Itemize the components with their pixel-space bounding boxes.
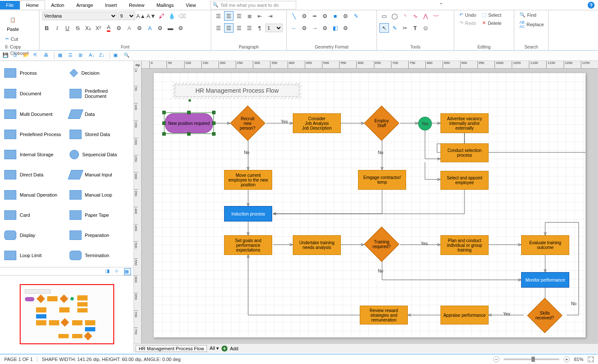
rect-tool[interactable]: ▭ [379, 11, 389, 21]
shape-palette-item[interactable]: Card [3, 206, 66, 224]
menu-view[interactable]: View [180, 1, 202, 9]
help-icon[interactable]: ? [588, 2, 595, 9]
tabs-all[interactable]: All ▾ [209, 346, 219, 351]
document-tab[interactable]: HR Management Process Flow [136, 345, 207, 352]
font-name-select[interactable]: Verdana [42, 12, 117, 20]
shape-palette-item[interactable]: Predefined Document [68, 84, 131, 103]
shape-palette-item[interactable]: Manual Input [68, 165, 131, 184]
list-icon[interactable]: ☰ [68, 52, 75, 59]
shrink-font-button[interactable]: A▼ [146, 11, 156, 21]
overview-layers-icon[interactable]: ◨ [105, 268, 112, 275]
overview-diagram-icon[interactable]: ▦ [124, 268, 131, 275]
text-fill-gear[interactable]: ⚙ [176, 23, 185, 33]
node-consider[interactable]: Consider Job Analysis Job Description [293, 113, 341, 133]
arrow-end-button[interactable]: → [310, 23, 319, 33]
zoom-out-button[interactable]: − [493, 356, 499, 362]
node-plan[interactable]: Plan and conduct individual or group tra… [440, 235, 489, 255]
line-color-button[interactable]: ━ [310, 11, 319, 21]
node-eval[interactable]: Evaluate training outcome [521, 235, 569, 255]
align-top-button[interactable]: ☰ [214, 11, 223, 21]
strike-button[interactable]: S [73, 23, 82, 33]
eyedropper-button[interactable]: 💧 [167, 11, 176, 21]
find-button[interactable]: 🔍Find [517, 11, 546, 18]
shadow-gear[interactable]: ⚙ [341, 23, 350, 33]
node-yes-connector[interactable]: Yes [418, 117, 432, 130]
overview-viewport[interactable] [20, 284, 114, 344]
sort-za-icon[interactable]: Z↓ [99, 52, 106, 59]
open-icon[interactable]: 📂 [23, 52, 30, 59]
node-employ-q[interactable]: Employ Staff [364, 106, 399, 141]
shape-palette-item[interactable]: Data [68, 105, 131, 123]
subscript-button[interactable]: X₂ [83, 23, 93, 33]
select-button[interactable]: ⬚Select [480, 11, 504, 18]
shape-palette-item[interactable]: Sequencial Data [68, 145, 131, 164]
shape-palette-item[interactable]: Stored Data [68, 125, 131, 143]
shape-palette-item[interactable]: Internal Storage [3, 145, 66, 164]
line-spacing-select[interactable]: 1 [265, 24, 282, 32]
indent-inc-button[interactable]: ⇥ [265, 11, 275, 21]
curve-tool[interactable]: ∿ [410, 11, 420, 21]
shape-palette-item[interactable]: Termination [68, 246, 131, 264]
shape-palette-item[interactable]: Direct Data [3, 165, 66, 184]
align-right-button[interactable]: ☰ [234, 23, 244, 33]
connector-tool[interactable]: ✎ [390, 23, 399, 33]
sel-handle-s[interactable] [187, 132, 191, 136]
clear-format-button[interactable]: ⌫ [177, 11, 187, 21]
italic-button[interactable]: I [52, 23, 62, 33]
node-needs[interactable]: Undertake training needs analysis [293, 235, 341, 255]
node-review[interactable]: Review reward strategies and remuneratio… [360, 306, 408, 325]
shape-palette-item[interactable]: Display [3, 226, 66, 244]
align-left-button[interactable]: ☰ [214, 23, 223, 33]
node-recruit-q[interactable]: Recruit new person? [230, 106, 265, 141]
zoom-slider[interactable] [504, 358, 559, 360]
menu-review[interactable]: Review [123, 1, 150, 9]
paste-button[interactable]: 📋 Paste [3, 11, 23, 33]
align-bottom-button[interactable]: ☰ [234, 11, 244, 21]
anchor-tool[interactable]: ⊙ [421, 23, 430, 33]
fill-color-gear[interactable]: ⚙ [341, 11, 350, 21]
tell-me-search[interactable]: 🔍 Tell me what you want to do [210, 1, 296, 9]
title-connection-point[interactable] [188, 99, 191, 102]
node-induction[interactable]: Induction process [224, 206, 272, 221]
pointer-tool[interactable]: ↖ [379, 23, 389, 33]
node-engage[interactable]: Emgage contractor/ temp [358, 170, 406, 190]
node-appraise[interactable]: Appraise performance [440, 306, 489, 325]
arc-tool[interactable]: ◝ [400, 11, 410, 21]
text-tool[interactable]: T [410, 23, 420, 33]
shape-palette-item[interactable]: Loop Limit [3, 246, 66, 264]
shape-palette-item[interactable]: Decision [68, 64, 131, 82]
shape-palette-item[interactable]: Manual Loop [68, 185, 131, 204]
add-page-button[interactable]: + [222, 346, 228, 352]
sort-az-icon[interactable]: A↓ [89, 52, 96, 59]
redo-button[interactable]: ↷Redo [457, 19, 479, 27]
sel-handle-n[interactable] [187, 111, 191, 114]
font-size-select[interactable]: 9 [118, 12, 135, 20]
underline-button[interactable]: U [63, 23, 72, 33]
node-goals[interactable]: Set goals and performance expectations [224, 235, 272, 255]
node-monitor[interactable]: Monitor performance [521, 272, 569, 288]
save-icon[interactable]: 💾 [3, 52, 9, 59]
freehand-tool[interactable]: 〰 [431, 11, 440, 21]
ellipse-tool[interactable]: ◯ [390, 11, 399, 21]
node-start[interactable]: New position required [165, 113, 213, 133]
shape-palette-item[interactable]: Preparation [68, 226, 131, 244]
overview-icon[interactable]: ▣ [113, 52, 120, 59]
export-icon[interactable]: ⇱ [33, 52, 40, 59]
sel-handle-nw[interactable] [162, 111, 166, 114]
text-outline-gear[interactable]: ⚙ [155, 23, 165, 33]
node-advertise[interactable]: Advertise vacancy internally and/or exte… [440, 113, 489, 133]
grid-icon[interactable]: ▦ [58, 52, 65, 59]
pen-button[interactable]: ✎ [351, 11, 361, 21]
line-style-gear[interactable]: ⚙ [300, 11, 309, 21]
menu-home[interactable]: Home [20, 0, 45, 9]
sel-handle-se[interactable] [212, 132, 216, 136]
overview-tree-icon[interactable]: ⊹ [115, 268, 121, 275]
new-icon[interactable]: 🗋 [13, 52, 20, 59]
sel-handle-sw[interactable] [162, 132, 166, 136]
arrow-end-gear[interactable]: ⚙ [320, 23, 330, 33]
line-style-button[interactable]: ╲ [289, 11, 299, 21]
crop-tool[interactable]: ✂ [400, 23, 410, 33]
outline-icon[interactable]: ⊞ [79, 52, 85, 59]
font-color-gear[interactable]: ⚙ [114, 23, 124, 33]
text-effects-gear[interactable]: ⚙ [135, 23, 144, 33]
